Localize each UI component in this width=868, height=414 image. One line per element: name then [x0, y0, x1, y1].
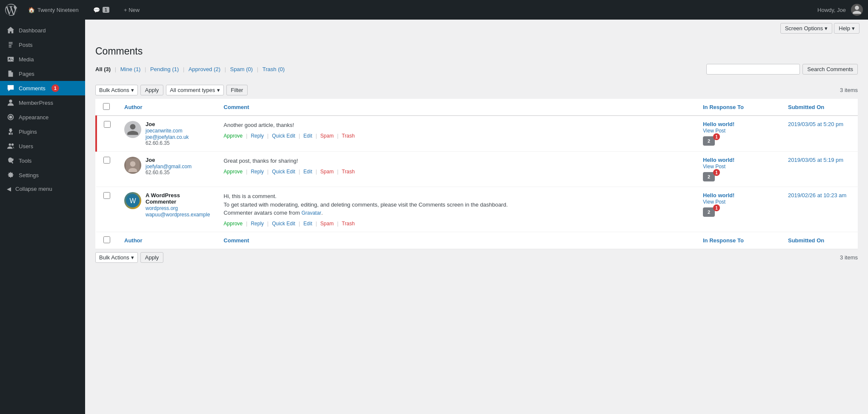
date-cell: 2019/02/26 at 10:23 am: [781, 187, 858, 232]
table-row: W A WordPress Commenter wordpress.org wa…: [96, 187, 858, 232]
row-checkbox[interactable]: [104, 121, 111, 128]
check-all-footer[interactable]: [96, 232, 117, 249]
filter-spam[interactable]: Spam (0): [230, 66, 253, 72]
tools-icon: [7, 157, 14, 164]
sidebar-item-posts[interactable]: Posts: [0, 37, 85, 52]
dashboard-icon: [7, 26, 14, 34]
settings-icon: [7, 171, 14, 179]
filter-button[interactable]: Filter: [226, 85, 248, 95]
view-post-link[interactable]: View Post: [703, 128, 725, 134]
comment-actions: Approve | Reply | Quick Edit | Edit | Sp…: [224, 133, 689, 139]
help-button[interactable]: Help ▾: [834, 23, 859, 34]
approve-action[interactable]: Approve: [224, 221, 243, 227]
submitted-date: 2019/03/05 at 5:19 pm: [788, 157, 843, 163]
search-input[interactable]: [706, 64, 800, 75]
check-all-checkbox-bottom[interactable]: [103, 236, 110, 243]
table-footer-row: Author Comment In Response To Submitted …: [96, 232, 858, 249]
approve-action[interactable]: Approve: [224, 169, 243, 175]
check-all-header[interactable]: [96, 99, 117, 116]
approve-action[interactable]: Approve: [224, 133, 243, 139]
author-email[interactable]: joe@joefylan.co.uk: [146, 134, 189, 140]
sidebar-item-dashboard[interactable]: Dashboard: [0, 23, 85, 37]
response-title[interactable]: Hello world!: [703, 192, 734, 198]
adminbar-new[interactable]: + New: [120, 5, 143, 15]
wp-logo-icon[interactable]: [5, 4, 17, 16]
collapse-icon: ◀: [7, 186, 11, 192]
filter-pending[interactable]: Pending (1): [150, 66, 179, 72]
response-title[interactable]: Hello world!: [703, 157, 734, 163]
reply-action[interactable]: Reply: [251, 133, 264, 139]
response-title[interactable]: Hello world!: [703, 121, 734, 127]
author-ip: 62.60.6.35: [146, 140, 189, 146]
reply-action[interactable]: Reply: [251, 169, 264, 175]
bulk-actions-select-bottom[interactable]: Bulk Actions ▾: [95, 252, 138, 263]
author-name: Joe: [146, 121, 189, 127]
apply-button-top[interactable]: Apply: [140, 85, 164, 95]
submitted-header: Submitted On: [781, 99, 858, 116]
spam-action[interactable]: Spam: [320, 221, 334, 227]
quickedit-action[interactable]: Quick Edit: [272, 169, 295, 175]
edit-action[interactable]: Edit: [303, 133, 312, 139]
pages-icon: [7, 70, 14, 78]
trash-action[interactable]: Trash: [342, 169, 354, 175]
table-row: Joe joecanwrite.com joe@joefylan.co.uk 6…: [96, 116, 858, 152]
quickedit-action[interactable]: Quick Edit: [272, 221, 295, 227]
trash-action[interactable]: Trash: [342, 221, 354, 227]
svg-point-4: [11, 144, 14, 146]
memberpress-icon: [7, 99, 14, 106]
apply-button-bottom[interactable]: Apply: [140, 252, 164, 263]
sidebar-item-comments[interactable]: Comments 1: [0, 81, 85, 95]
check-all-checkbox[interactable]: [103, 103, 110, 110]
adminbar-site-name[interactable]: 🏠 Twenty Nineteen: [25, 5, 82, 15]
response-header: In Response To: [696, 99, 781, 116]
reply-action[interactable]: Reply: [251, 221, 264, 227]
author-email[interactable]: wapuu@wordpress.example: [146, 212, 210, 218]
author-url[interactable]: joefylan@gmail.com: [146, 164, 191, 170]
chevron-down-icon: ▾: [217, 87, 220, 93]
collapse-menu[interactable]: ◀ Collapse menu: [0, 182, 85, 196]
author-avatar: [124, 157, 141, 174]
author-cell: W A WordPress Commenter wordpress.org wa…: [117, 187, 217, 232]
sidebar-item-appearance[interactable]: Appearance: [0, 110, 85, 124]
filter-trash[interactable]: Trash (0): [263, 66, 285, 72]
svg-text:W: W: [129, 197, 136, 204]
sidebar-item-pages[interactable]: Pages: [0, 66, 85, 81]
comment-text: Another good article, thanks!: [224, 121, 689, 129]
filter-all[interactable]: All (3): [95, 66, 111, 72]
filter-approved[interactable]: Approved (2): [188, 66, 220, 72]
author-url[interactable]: wordpress.org: [146, 205, 178, 211]
row-checkbox[interactable]: [103, 157, 110, 164]
search-comments-button[interactable]: Search Comments: [802, 64, 858, 75]
edit-action[interactable]: Edit: [303, 221, 312, 227]
sidebar-item-users[interactable]: Users: [0, 139, 85, 153]
sidebar-item-media[interactable]: Media: [0, 52, 85, 66]
bulk-actions-select-top[interactable]: Bulk Actions ▾: [95, 85, 138, 95]
svg-point-2: [9, 100, 12, 103]
gravatar-link[interactable]: Gravatar: [301, 210, 321, 216]
sidebar-item-settings[interactable]: Settings: [0, 168, 85, 182]
view-post-link[interactable]: View Post: [703, 164, 725, 170]
screen-options-button[interactable]: Screen Options ▾: [780, 23, 833, 34]
bubble-badge: 1: [713, 204, 720, 211]
chevron-down-icon: ▾: [131, 87, 134, 93]
user-avatar[interactable]: [851, 4, 863, 16]
adminbar-comments[interactable]: 💬 1: [90, 5, 113, 15]
comment-type-select[interactable]: All comment types ▾: [166, 85, 223, 95]
trash-action[interactable]: Trash: [342, 133, 354, 139]
comment-footer: Comment: [217, 232, 696, 249]
posts-icon: [7, 41, 14, 49]
author-cell: Joe joecanwrite.com joe@joefylan.co.uk 6…: [117, 116, 217, 152]
sidebar-item-memberpress[interactable]: MemberPress: [0, 95, 85, 110]
spam-action[interactable]: Spam: [320, 133, 334, 139]
sidebar-item-plugins[interactable]: Plugins: [0, 124, 85, 139]
author-url[interactable]: joecanwrite.com: [146, 128, 183, 134]
spam-action[interactable]: Spam: [320, 169, 334, 175]
row-checkbox[interactable]: [103, 192, 110, 199]
sidebar-item-tools[interactable]: Tools: [0, 153, 85, 168]
view-post-link[interactable]: View Post: [703, 199, 725, 205]
response-cell: Hello world! View Post 2 1: [696, 116, 781, 152]
edit-action[interactable]: Edit: [303, 169, 312, 175]
filter-mine[interactable]: Mine (1): [120, 66, 141, 72]
quickedit-action[interactable]: Quick Edit: [272, 133, 295, 139]
item-count-top: 3 items: [840, 87, 858, 93]
